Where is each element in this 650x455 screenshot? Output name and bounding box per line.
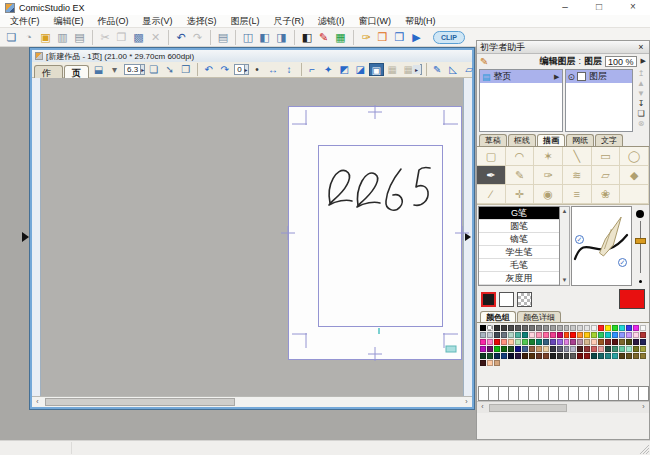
print-icon[interactable]: ▤ bbox=[210, 30, 231, 45]
palette-swatch[interactable] bbox=[529, 353, 535, 359]
palette-swatch[interactable] bbox=[543, 325, 549, 331]
canvas-area[interactable] bbox=[32, 78, 472, 396]
palette-swatch[interactable] bbox=[550, 353, 556, 359]
palette-swatch[interactable] bbox=[508, 346, 514, 352]
palette-swatch[interactable] bbox=[612, 332, 618, 338]
document-horizontal-scrollbar[interactable]: ‹ › bbox=[32, 396, 472, 407]
empty-cell[interactable] bbox=[620, 185, 649, 204]
pen-mode-icon[interactable]: ✎ bbox=[426, 63, 445, 76]
magic-wand-tool-icon[interactable]: ✶ bbox=[534, 147, 563, 166]
palette-swatch[interactable] bbox=[612, 353, 618, 359]
palette-swatch[interactable] bbox=[640, 339, 646, 345]
palette-swatch[interactable] bbox=[640, 346, 646, 352]
move-tool-icon[interactable]: ✛ bbox=[506, 185, 535, 204]
palette-swatch[interactable] bbox=[570, 339, 576, 345]
color-palette-icon[interactable]: ▦ bbox=[332, 30, 349, 45]
palette-swatch[interactable] bbox=[529, 346, 535, 352]
layer-bottom-button[interactable]: ↧ bbox=[635, 99, 648, 109]
menu-item[interactable]: 尺子(R) bbox=[267, 15, 312, 28]
brush-pen-tool-icon[interactable]: ✑ bbox=[534, 166, 563, 185]
visibility-eye-icon[interactable]: ⊙ bbox=[568, 72, 576, 82]
new-page-icon[interactable]: ❏ bbox=[146, 63, 161, 76]
palette-swatch[interactable] bbox=[501, 353, 507, 359]
palette-swatch[interactable] bbox=[633, 339, 639, 345]
palette-swatch[interactable] bbox=[564, 325, 570, 331]
page-cursor-icon[interactable]: ➘ bbox=[162, 63, 177, 76]
scroll-up-icon[interactable]: ▲ bbox=[560, 207, 569, 216]
check-option-left[interactable]: ✓ bbox=[575, 235, 584, 244]
palette-swatch[interactable] bbox=[494, 325, 500, 331]
tool-category-tab[interactable]: 草稿 bbox=[479, 134, 507, 146]
window-next-icon[interactable]: ▶ bbox=[408, 30, 425, 45]
palette-swatch[interactable] bbox=[515, 339, 521, 345]
pen-list-item[interactable]: 学生笔 bbox=[479, 246, 559, 259]
gradient-tool-icon[interactable]: ≡ bbox=[563, 185, 592, 204]
palette-swatch[interactable] bbox=[626, 346, 632, 352]
palette-swatch[interactable] bbox=[640, 353, 646, 359]
palette-swatch[interactable] bbox=[487, 353, 493, 359]
palette-swatch[interactable] bbox=[550, 346, 556, 352]
monitor-preview-icon[interactable]: ▣ bbox=[369, 63, 384, 76]
palette-swatch[interactable] bbox=[480, 332, 486, 338]
palette-swatch[interactable] bbox=[494, 332, 500, 338]
guide-icon[interactable]: ▱ bbox=[462, 63, 476, 76]
palette-swatch[interactable] bbox=[584, 325, 590, 331]
palette-swatch[interactable] bbox=[605, 346, 611, 352]
close-button[interactable]: × bbox=[616, 0, 650, 15]
rotation-input[interactable]: 0 bbox=[234, 64, 244, 75]
palette-swatch[interactable] bbox=[536, 339, 542, 345]
palette-swatch[interactable] bbox=[522, 353, 528, 359]
palette-swatch[interactable] bbox=[508, 339, 514, 345]
panel-scroll-right-arrow[interactable]: › bbox=[638, 402, 649, 412]
scroll-right-arrow[interactable]: › bbox=[461, 397, 472, 407]
palette-swatch[interactable] bbox=[626, 353, 632, 359]
select-mark-icon[interactable]: ◩ bbox=[337, 63, 352, 76]
palette-swatch[interactable] bbox=[508, 325, 514, 331]
palette-swatch[interactable] bbox=[598, 339, 604, 345]
palette-swatch[interactable] bbox=[570, 332, 576, 338]
palette-swatch[interactable] bbox=[522, 346, 528, 352]
palette-swatch[interactable] bbox=[640, 325, 646, 331]
layer-checkbox[interactable] bbox=[577, 72, 586, 81]
palette-swatch[interactable] bbox=[605, 325, 611, 331]
palette-swatch[interactable] bbox=[480, 360, 486, 366]
document-tab[interactable]: 页面× bbox=[64, 65, 89, 79]
palette-swatch[interactable] bbox=[626, 339, 632, 345]
tool-category-tab[interactable]: 文字 bbox=[595, 134, 623, 146]
palette-swatch[interactable] bbox=[529, 325, 535, 331]
menu-item[interactable]: 文件(F) bbox=[3, 15, 47, 28]
rotate-cw-icon[interactable]: ↷ bbox=[217, 63, 232, 76]
palette-swatch[interactable] bbox=[557, 332, 563, 338]
palette-swatch[interactable] bbox=[529, 332, 535, 338]
ruler-combo-box[interactable] bbox=[420, 64, 422, 75]
slider-track[interactable] bbox=[640, 221, 641, 273]
menu-item[interactable]: 选择(S) bbox=[180, 15, 224, 28]
rotate-reset-icon[interactable]: • bbox=[250, 63, 265, 76]
palette-swatch[interactable] bbox=[501, 325, 507, 331]
marquee-tool-icon[interactable]: ▢ bbox=[477, 147, 506, 166]
panel-scroll-left-arrow[interactable]: ‹ bbox=[477, 402, 488, 412]
palette-swatch[interactable] bbox=[570, 346, 576, 352]
palette-swatch[interactable] bbox=[501, 346, 507, 352]
pen-list-scrollbar[interactable]: ▲ ▼ bbox=[560, 206, 570, 286]
palette-swatch[interactable] bbox=[584, 339, 590, 345]
left-page-gutter[interactable] bbox=[32, 78, 41, 396]
palette-swatch[interactable] bbox=[605, 339, 611, 345]
menu-item[interactable]: 滤镜(I) bbox=[311, 15, 352, 28]
delete-icon[interactable]: ✕ bbox=[147, 30, 164, 45]
palette-swatch[interactable] bbox=[598, 346, 604, 352]
maximize-button[interactable]: □ bbox=[582, 0, 616, 15]
palette-swatch[interactable] bbox=[487, 346, 493, 352]
palette-swatch[interactable] bbox=[598, 332, 604, 338]
palette-swatch[interactable] bbox=[480, 353, 486, 359]
layer-panel-icon[interactable]: ◨ bbox=[273, 30, 290, 45]
palette-swatch[interactable] bbox=[515, 353, 521, 359]
prev-page-arrow[interactable] bbox=[22, 232, 29, 242]
palette-swatch[interactable] bbox=[480, 339, 486, 345]
palette-swatch[interactable] bbox=[633, 353, 639, 359]
palette-swatch[interactable] bbox=[557, 325, 563, 331]
palette-swatch[interactable] bbox=[508, 332, 514, 338]
new-from-template-icon[interactable]: ◔ bbox=[20, 30, 37, 45]
palette-swatch[interactable] bbox=[591, 332, 597, 338]
palette-swatch[interactable] bbox=[494, 360, 500, 366]
